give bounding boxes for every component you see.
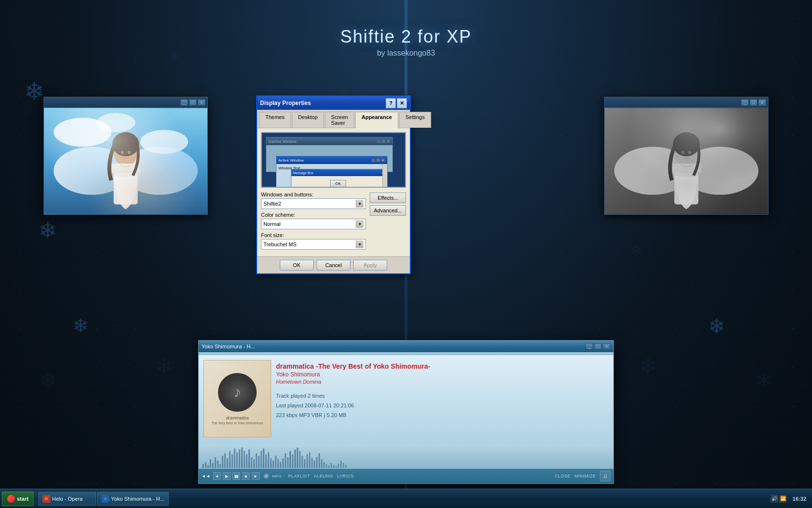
- music-body: ♪ drammatica The Very Best of Yoko Shimo…: [199, 352, 613, 483]
- loop-btn[interactable]: ↺: [263, 473, 269, 479]
- vis-bar-35: [285, 453, 286, 468]
- left-window-controls[interactable]: _ □ ×: [180, 99, 205, 106]
- player-close-btn[interactable]: CLOSE: [554, 474, 570, 478]
- tab-settings[interactable]: Settings: [399, 112, 431, 128]
- pause-btn[interactable]: ▮▮: [232, 472, 240, 480]
- play-btn[interactable]: ▶: [223, 472, 231, 480]
- svg-point-19: [682, 151, 684, 154]
- nav-albums[interactable]: ALBUMS: [314, 474, 333, 478]
- left-win-maximize[interactable]: □: [189, 99, 197, 106]
- music-minimize[interactable]: _: [585, 343, 593, 350]
- preview-inactive-max: □: [381, 139, 386, 143]
- preview-area: Inactive Window _ □ × Active Window: [261, 132, 406, 188]
- vis-bar-5: [212, 463, 214, 468]
- preview-inactive-controls: _ □ ×: [377, 139, 391, 143]
- opera-icon: O: [43, 495, 50, 503]
- file-info: 223 kbps MP3 VBR | 5.20 MB: [276, 411, 609, 420]
- vis-bar-28: [268, 452, 269, 468]
- dialog-tabs: Themes Desktop Screen Saver Appearance S…: [257, 110, 410, 128]
- font-size-arrow[interactable]: ▼: [356, 240, 363, 248]
- windows-buttons-value: Shiftie2: [263, 201, 281, 207]
- vis-bar-26: [263, 448, 264, 468]
- vis-bar-21: [251, 457, 252, 468]
- info-label[interactable]: INFO: [272, 474, 281, 478]
- tab-themes[interactable]: Themes: [259, 112, 291, 128]
- right-photo-gray: [605, 108, 768, 214]
- vis-bar-9: [222, 456, 223, 468]
- cancel-button[interactable]: Cancel: [317, 260, 350, 270]
- right-win-minimize[interactable]: _: [741, 99, 749, 106]
- color-scheme-arrow[interactable]: ▼: [356, 220, 363, 228]
- desktop: ❄ ❄ ❄ ❄ ❄ ❄ ❄ ❄ ❄ ❄ ❄ ❄ ❄ ❄ ❄ Shiftie 2 …: [0, 0, 812, 508]
- player-logo-btn[interactable]: ♫: [600, 471, 610, 481]
- dialog-help-btn[interactable]: ?: [386, 98, 396, 108]
- windows-buttons-select[interactable]: Shiftie2 ▼: [261, 198, 366, 209]
- taskbar-right: 🔊 📶 16:32: [768, 495, 810, 503]
- taskbar-item-opera[interactable]: O Helo - Opera: [38, 492, 96, 506]
- photo-window-right: _ □ ×: [604, 97, 768, 215]
- track-album: Hometown Domina: [276, 379, 609, 385]
- effects-button[interactable]: Effects...: [370, 193, 406, 203]
- preview-active-window: Active Window _ □ × Window Text: [276, 156, 388, 188]
- stop-btn[interactable]: ■: [242, 472, 250, 480]
- tab-screensaver[interactable]: Screen Saver: [325, 112, 354, 128]
- ok-button[interactable]: OK: [280, 260, 314, 270]
- dialog-title-controls[interactable]: ? ✕: [386, 98, 407, 108]
- album-name: drammatica: [226, 416, 248, 420]
- vis-bar-39: [294, 449, 296, 468]
- clock-time: 16:32: [793, 496, 806, 502]
- next-btn[interactable]: ►: [252, 472, 260, 480]
- vis-bar-52: [326, 464, 327, 468]
- right-photo-svg: [605, 108, 768, 214]
- prev-btn[interactable]: ◄: [213, 472, 221, 480]
- left-win-minimize[interactable]: _: [180, 99, 188, 106]
- tray-volume-icon[interactable]: 🔊: [770, 495, 778, 503]
- tab-desktop[interactable]: Desktop: [292, 112, 324, 128]
- vis-bar-53: [328, 465, 330, 468]
- svg-point-9: [112, 132, 139, 156]
- apply-button[interactable]: Apply: [353, 260, 387, 270]
- preview-msg-title-text: Message Box: [293, 171, 313, 175]
- right-win-close[interactable]: ×: [758, 99, 766, 106]
- preview-ok-button[interactable]: OK: [330, 180, 347, 187]
- tab-appearance[interactable]: Appearance: [355, 112, 398, 128]
- nav-lyrics[interactable]: LYRICS: [337, 474, 354, 478]
- player-minimize-btn[interactable]: MINIMIZE: [575, 474, 596, 478]
- vis-bar-51: [323, 462, 325, 468]
- vis-bar-10: [224, 453, 226, 468]
- vis-bar-19: [246, 454, 247, 468]
- preview-active-titlebar: Active Window _ □ ×: [276, 156, 387, 164]
- left-win-close[interactable]: ×: [198, 99, 205, 106]
- music-window-controls[interactable]: _ □ ×: [585, 343, 610, 350]
- svg-point-18: [673, 132, 700, 156]
- right-win-maximize[interactable]: □: [750, 99, 757, 106]
- vis-bar-7: [217, 461, 218, 468]
- preview-scrollbar: [382, 164, 387, 188]
- vis-bar-56: [335, 466, 337, 468]
- advanced-button[interactable]: Advanced...: [370, 205, 406, 216]
- start-button[interactable]: start: [2, 492, 34, 506]
- windows-buttons-arrow[interactable]: ▼: [356, 200, 363, 208]
- nav-playlist[interactable]: PLAYLIST: [288, 474, 310, 478]
- color-scheme-select[interactable]: Normal ▼: [261, 219, 366, 229]
- music-close[interactable]: ×: [603, 343, 610, 350]
- font-size-select[interactable]: Trebuchet MS ▼: [261, 239, 366, 250]
- dialog-close-btn[interactable]: ✕: [397, 98, 407, 108]
- vis-bar-47: [314, 461, 315, 468]
- music-titlebar: Yoko Shimomura - H... _ □ ×: [199, 341, 613, 352]
- vis-bar-24: [258, 456, 260, 468]
- right-window-controls[interactable]: _ □ ×: [741, 99, 766, 106]
- svg-point-14: [682, 147, 758, 194]
- dialog-action-buttons: Effects... Advanced...: [370, 193, 406, 253]
- music-bottom-bar: ◄◄ ◄ ▶ ▮▮ ■ ► ↺ INFO PLAYLIST ALBUMS LYR…: [199, 469, 613, 483]
- vis-bar-2: [205, 462, 206, 468]
- system-tray: 🔊 📶: [768, 495, 789, 503]
- prev-prev-icon[interactable]: ◄◄: [202, 474, 210, 478]
- taskbar-item-music[interactable]: ♫ Yoko Shimomura - H...: [97, 492, 169, 506]
- taskbar-opera-label: Helo - Opera: [52, 496, 83, 502]
- vis-bar-57: [338, 464, 339, 468]
- vis-bar-42: [302, 456, 303, 468]
- music-maximize[interactable]: □: [594, 343, 602, 350]
- color-scheme-group: Color scheme: Normal ▼: [261, 212, 366, 229]
- tray-network-icon[interactable]: 📶: [779, 495, 787, 503]
